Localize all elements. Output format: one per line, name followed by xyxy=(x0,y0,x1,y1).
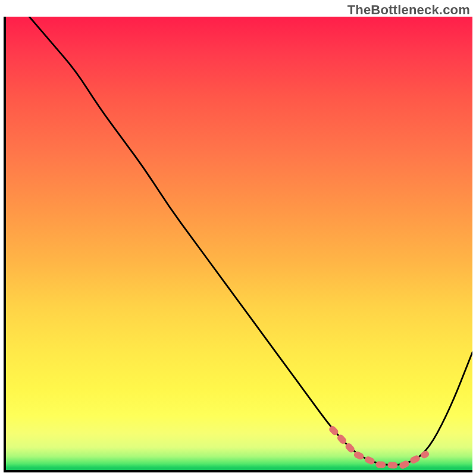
bottleneck-curve-path xyxy=(29,17,472,465)
watermark-text: TheBottleneck.com xyxy=(347,2,470,18)
bottleneck-chart: TheBottleneck.com xyxy=(0,0,476,476)
plot-area xyxy=(4,17,472,472)
optimal-range-highlight xyxy=(333,429,426,465)
chart-svg xyxy=(6,17,472,470)
